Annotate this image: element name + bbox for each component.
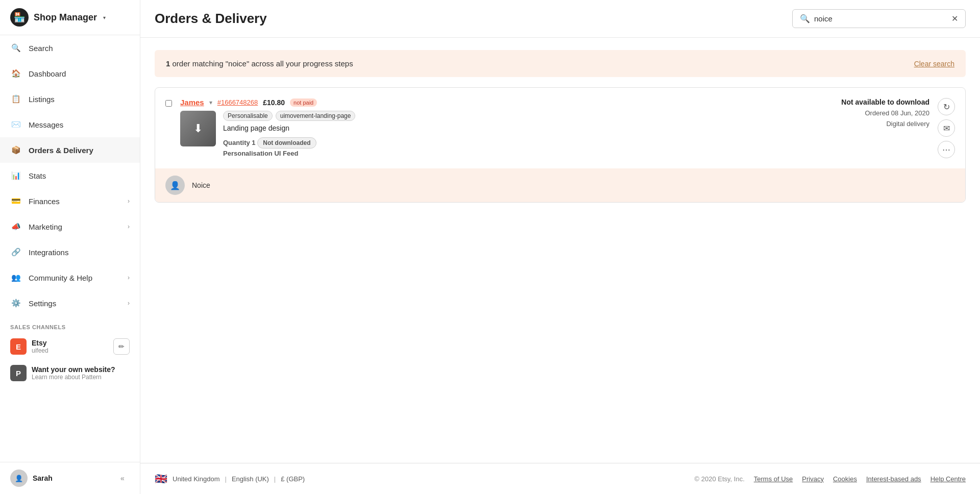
sidebar-footer: 👤 Sarah « [0,462,140,494]
sidebar-item-search[interactable]: 🔍 Search [0,35,140,61]
community-icon: 👥 [10,272,21,283]
marketing-arrow: › [128,223,130,230]
search-input[interactable] [814,14,947,23]
sidebar-item-stats[interactable]: 📊 Stats [0,163,140,188]
search-icon: 🔍 [10,42,21,54]
sidebar-item-messages[interactable]: ✉️ Messages [0,112,140,137]
dashboard-label: Dashboard [29,69,130,78]
refresh-button[interactable]: ↻ [938,98,955,115]
order-top: James ▾ #1666748268 £10.80 not paid [180,98,809,107]
sidebar-header[interactable]: 🏪 Shop Manager ▾ [0,0,140,35]
top-bar: Orders & Delivery 🔍 ✕ [140,0,980,38]
listings-label: Listings [29,95,130,104]
search-banner-text: 1 order matching "noice" across all your… [166,59,353,68]
sidebar: 🏪 Shop Manager ▾ 🔍 Search 🏠 Dashboard 📋 … [0,0,140,494]
finances-icon: 💳 [10,195,21,207]
personalisation-value: UI Feed [274,150,298,157]
paid-status-badge: not paid [290,98,317,107]
messages-label: Messages [29,120,130,129]
stats-label: Stats [29,171,130,180]
order-actions: ↻ ✉ ⋯ [938,98,955,158]
product-tag-personalisable: Personalisable [223,111,273,121]
footer-link-terms[interactable]: Terms of Use [754,475,793,483]
settings-icon: ⚙️ [10,298,21,309]
pattern-badge: P [10,365,27,381]
product-personalisation: Personalisation UI Feed [223,150,355,157]
dashboard-icon: 🏠 [10,68,21,79]
etsy-name: Etsy [32,339,108,347]
order-card: James ▾ #1666748268 £10.80 not paid ⬇ [155,87,966,203]
search-icon: 🔍 [800,14,810,23]
footer-link-privacy[interactable]: Privacy [802,475,824,483]
sidebar-item-listings[interactable]: 📋 Listings [0,86,140,112]
clear-search-link[interactable]: Clear search [914,60,954,68]
sales-channels-label: SALES CHANNELS [0,316,140,333]
footer-copyright: © 2020 Etsy, Inc. [695,475,745,483]
etsy-sub: uifeed [32,347,108,354]
order-price: £10.80 [263,98,285,107]
footer-country: United Kingdom [173,475,220,483]
country-flag: 🇬🇧 [155,473,167,485]
integrations-icon: 🔗 [10,246,21,258]
sidebar-item-dashboard[interactable]: 🏠 Dashboard [0,61,140,86]
user-avatar: 👤 [10,470,28,487]
settings-label: Settings [29,299,120,308]
sidebar-item-orders[interactable]: 📦 Orders & Delivery [0,137,140,163]
more-options-button[interactable]: ⋯ [938,141,955,158]
order-id[interactable]: #1666748268 [217,98,258,106]
clear-search-icon[interactable]: ✕ [951,14,958,23]
pattern-sub: Learn more about Pattern [32,374,130,381]
footer-locale: 🇬🇧 United Kingdom | English (UK) | £ (GB… [155,473,305,485]
download-status-badge: Not downloaded [257,137,316,149]
buyer-note: 👤 Noice [155,168,965,202]
sidebar-item-finances[interactable]: 💳 Finances › [0,188,140,214]
main-content: Orders & Delivery 🔍 ✕ 1 order matching "… [140,0,980,494]
order-date: Ordered 08 Jun, 2020 [865,109,929,117]
finances-arrow: › [128,197,130,205]
footer-right: © 2020 Etsy, Inc. Terms of Use Privacy C… [695,475,966,483]
footer-language: English (UK) [232,475,269,483]
content-area: 1 order matching "noice" across all your… [140,38,980,463]
user-name: Sarah [33,474,110,482]
sidebar-item-integrations[interactable]: 🔗 Integrations [0,239,140,265]
product-thumb-icon: ⬇ [193,122,203,135]
shop-manager-icon: 🏪 [10,8,29,27]
buyer-name[interactable]: James [180,98,204,107]
order-product: ⬇ Personalisable uimovement-landing-page… [180,111,809,158]
product-tag-uimovement: uimovement-landing-page [276,111,356,121]
sidebar-nav: 🔍 Search 🏠 Dashboard 📋 Listings ✉️ Messa… [0,35,140,316]
marketing-icon: 📣 [10,221,21,232]
page-title: Orders & Delivery [155,11,267,27]
sidebar-item-settings[interactable]: ⚙️ Settings › [0,290,140,316]
stats-icon: 📊 [10,170,21,181]
order-left: James ▾ #1666748268 £10.80 not paid ⬇ [180,98,809,158]
footer-link-interest-ads[interactable]: Interest-based ads [866,475,921,483]
order-right-container: Not available to download Ordered 08 Jun… [817,98,955,158]
collapse-sidebar-button[interactable]: « [115,471,130,485]
search-box[interactable]: 🔍 ✕ [792,9,966,28]
order-checkbox[interactable] [165,100,172,107]
product-name: Landing page design [223,124,355,132]
product-details: Personalisable uimovement-landing-page L… [223,111,355,158]
buyer-dropdown-icon[interactable]: ▾ [209,99,212,106]
buyer-note-name: Noice [192,181,210,189]
etsy-badge: E [10,338,27,355]
order-delivery: Digital delivery [886,120,929,128]
shop-manager-arrow: ▾ [103,15,106,20]
product-quantity: Quantity 1 Not downloaded [223,135,355,149]
product-tags: Personalisable uimovement-landing-page [223,111,355,121]
footer-currency: £ (GBP) [281,475,305,483]
footer-link-cookies[interactable]: Cookies [833,475,857,483]
orders-label: Orders & Delivery [29,146,130,155]
etsy-edit-button[interactable]: ✏ [113,338,130,355]
sidebar-item-etsy: E Etsy uifeed ✏ [0,333,140,360]
sidebar-item-marketing[interactable]: 📣 Marketing › [0,214,140,239]
integrations-label: Integrations [29,248,130,257]
shop-manager-title: Shop Manager [34,12,97,23]
sidebar-item-pattern: P Want your own website? Learn more abou… [0,360,140,386]
sidebar-item-community[interactable]: 👥 Community & Help › [0,265,140,290]
product-thumbnail: ⬇ [180,111,216,146]
search-label: Search [29,44,130,53]
message-button[interactable]: ✉ [938,119,955,137]
footer-link-help[interactable]: Help Centre [930,475,966,483]
